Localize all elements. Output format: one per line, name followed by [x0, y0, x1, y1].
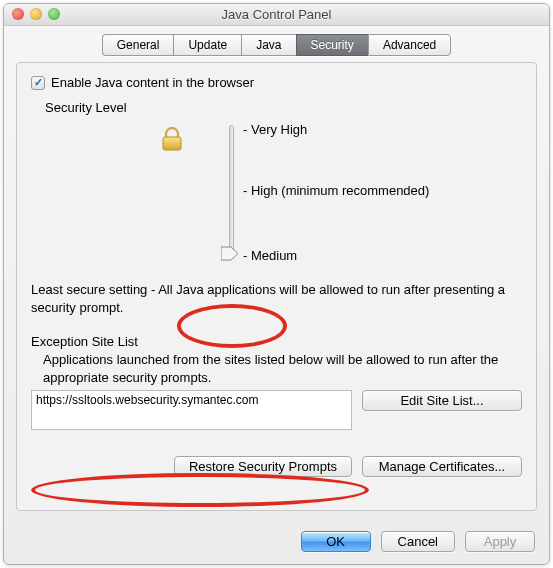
annotation-circle-site	[31, 473, 369, 507]
security-level-heading: Security Level	[45, 100, 522, 115]
exception-site-listbox[interactable]: https://ssltools.websecurity.symantec.co…	[31, 390, 352, 430]
tab-java[interactable]: Java	[241, 34, 295, 56]
dialog-footer: OK Cancel Apply	[4, 521, 549, 564]
exception-list-description: Applications launched from the sites lis…	[43, 351, 522, 386]
exception-list-heading: Exception Site List	[31, 334, 522, 349]
tab-security[interactable]: Security	[296, 34, 368, 56]
security-pane: ✓ Enable Java content in the browser Sec…	[16, 62, 537, 511]
zoom-icon[interactable]	[48, 8, 60, 20]
security-slider-area: - Very High - High (minimum recommended)…	[71, 121, 522, 271]
apply-button[interactable]: Apply	[465, 531, 535, 552]
cancel-button[interactable]: Cancel	[381, 531, 455, 552]
window-controls	[12, 8, 60, 20]
tab-bar: General Update Java Security Advanced	[4, 26, 549, 62]
manage-certificates-button[interactable]: Manage Certificates...	[362, 456, 522, 477]
titlebar: Java Control Panel	[4, 4, 549, 26]
tab-update[interactable]: Update	[173, 34, 241, 56]
lock-icon	[161, 127, 183, 154]
close-icon[interactable]	[12, 8, 24, 20]
security-slider-track[interactable]	[229, 125, 234, 259]
window-frame: Java Control Panel General Update Java S…	[3, 3, 550, 565]
list-item[interactable]: https://ssltools.websecurity.symantec.co…	[36, 393, 347, 407]
level-very-high: - Very High	[243, 122, 307, 137]
minimize-icon[interactable]	[30, 8, 42, 20]
enable-java-label: Enable Java content in the browser	[51, 75, 254, 90]
window-title: Java Control Panel	[222, 7, 332, 22]
level-high: - High (minimum recommended)	[243, 183, 429, 198]
security-level-description: Least secure setting - All Java applicat…	[31, 281, 522, 316]
security-slider-thumb[interactable]	[221, 245, 238, 262]
level-medium: - Medium	[243, 248, 297, 263]
restore-prompts-button[interactable]: Restore Security Prompts	[174, 456, 352, 477]
enable-java-checkbox[interactable]: ✓	[31, 76, 45, 90]
edit-site-list-button[interactable]: Edit Site List...	[362, 390, 522, 411]
tab-advanced[interactable]: Advanced	[368, 34, 451, 56]
tab-general[interactable]: General	[102, 34, 174, 56]
checkmark-icon: ✓	[34, 77, 43, 88]
ok-button[interactable]: OK	[301, 531, 371, 552]
svg-rect-0	[163, 137, 181, 150]
